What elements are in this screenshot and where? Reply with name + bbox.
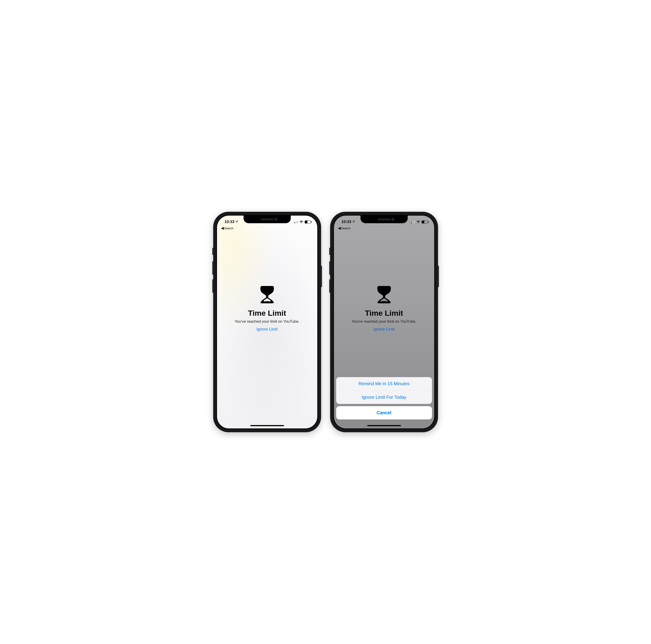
ignore-limit-button[interactable]: Ignore Limit bbox=[373, 327, 395, 332]
home-indicator[interactable] bbox=[250, 425, 284, 426]
phone-mockup-right: 10:33 ◀︎ Search bbox=[330, 212, 438, 432]
page-title: Time Limit bbox=[365, 309, 403, 318]
time-limit-content: Time Limit You've reached your limit on … bbox=[217, 215, 317, 429]
page-subtitle: You've reached your limit on YouTube. bbox=[351, 319, 416, 324]
battery-icon bbox=[422, 221, 428, 224]
remind-15-min-button[interactable]: Remind Me in 15 Minutes bbox=[336, 377, 432, 390]
action-sheet-cancel-group: Cancel bbox=[336, 406, 432, 419]
cellular-signal-icon bbox=[294, 221, 298, 223]
phone-mockup-left: 10:33 ◀︎ Search bbox=[213, 212, 321, 432]
back-caret-icon: ◀︎ bbox=[338, 226, 341, 230]
home-indicator[interactable] bbox=[367, 425, 401, 426]
status-time: 10:33 bbox=[342, 219, 351, 224]
back-label: Search bbox=[224, 227, 234, 230]
cellular-signal-icon bbox=[411, 221, 415, 223]
notch bbox=[361, 215, 408, 223]
back-to-search[interactable]: ◀︎ Search bbox=[221, 226, 234, 230]
volume-up-button[interactable] bbox=[329, 261, 330, 275]
mute-switch[interactable] bbox=[329, 248, 330, 255]
page-title: Time Limit bbox=[248, 309, 286, 318]
back-caret-icon: ◀︎ bbox=[221, 226, 224, 230]
cancel-button[interactable]: Cancel bbox=[336, 406, 432, 419]
volume-down-button[interactable] bbox=[329, 279, 330, 293]
battery-icon bbox=[305, 221, 311, 224]
hourglass-icon bbox=[377, 285, 392, 304]
location-icon bbox=[235, 220, 238, 224]
action-sheet-options: Remind Me in 15 Minutes Ignore Limit For… bbox=[336, 377, 432, 404]
location-icon bbox=[352, 220, 355, 224]
volume-up-button[interactable] bbox=[212, 261, 213, 275]
back-label: Search bbox=[341, 227, 350, 230]
power-button[interactable] bbox=[321, 266, 322, 287]
page-subtitle: You've reached your limit on YouTube. bbox=[235, 319, 299, 324]
status-time: 10:33 bbox=[225, 219, 234, 224]
screen-time-limit: 10:33 ◀︎ Search bbox=[217, 215, 317, 429]
ignore-for-today-button[interactable]: Ignore Limit For Today bbox=[336, 390, 432, 404]
action-sheet: Remind Me in 15 Minutes Ignore Limit For… bbox=[334, 375, 434, 429]
mute-switch[interactable] bbox=[212, 248, 213, 255]
back-to-search[interactable]: ◀︎ Search bbox=[338, 226, 350, 230]
ignore-limit-button[interactable]: Ignore Limit bbox=[256, 327, 278, 332]
notch bbox=[244, 215, 291, 223]
wifi-icon bbox=[299, 220, 303, 224]
screen-time-limit-with-sheet: 10:33 ◀︎ Search bbox=[334, 215, 434, 429]
power-button[interactable] bbox=[438, 266, 439, 287]
wifi-icon bbox=[416, 220, 420, 224]
hourglass-icon bbox=[260, 285, 275, 304]
volume-down-button[interactable] bbox=[212, 279, 213, 293]
